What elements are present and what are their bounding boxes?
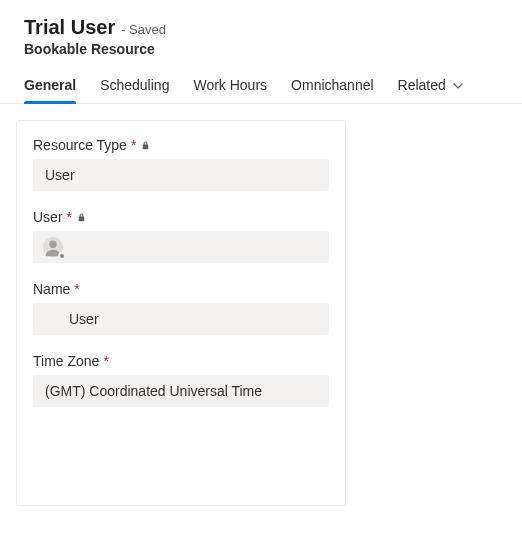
field-user: User * — [33, 209, 329, 263]
field-label-text: Resource Type — [33, 137, 127, 153]
field-time-zone: Time Zone * — [33, 353, 329, 407]
field-label-text: User — [33, 209, 63, 225]
field-resource-type: Resource Type * — [33, 137, 329, 191]
tab-related[interactable]: Related — [398, 77, 464, 103]
tab-general[interactable]: General — [24, 77, 76, 103]
tab-label: Related — [398, 77, 446, 93]
required-indicator: * — [74, 281, 79, 297]
required-indicator: * — [131, 137, 136, 153]
resource-type-input[interactable] — [33, 159, 329, 191]
user-lookup-input[interactable] — [33, 231, 329, 263]
field-label-text: Time Zone — [33, 353, 99, 369]
lock-icon — [140, 140, 151, 151]
tab-omnichannel[interactable]: Omnichannel — [291, 77, 374, 103]
lock-icon — [76, 212, 87, 223]
required-indicator: * — [103, 353, 108, 369]
avatar — [41, 235, 65, 259]
tab-label: Work Hours — [193, 77, 267, 93]
save-status: - Saved — [121, 22, 166, 37]
chevron-down-icon — [452, 80, 464, 92]
field-label-text: Name — [33, 281, 70, 297]
tab-scheduling[interactable]: Scheduling — [100, 77, 169, 103]
svg-point-1 — [49, 241, 56, 248]
tab-bar: General Scheduling Work Hours Omnichanne… — [0, 65, 522, 104]
presence-indicator — [58, 252, 66, 260]
record-header: Trial User - Saved Bookable Resource — [0, 0, 522, 65]
record-title: Trial User — [24, 16, 115, 39]
field-name: Name * — [33, 281, 329, 335]
time-zone-input[interactable] — [33, 375, 329, 407]
entity-name: Bookable Resource — [24, 41, 498, 57]
tab-work-hours[interactable]: Work Hours — [193, 77, 267, 103]
tab-label: Omnichannel — [291, 77, 374, 93]
tab-label: Scheduling — [100, 77, 169, 93]
general-form-card: Resource Type * User * Name * — [16, 120, 346, 506]
tab-label: General — [24, 77, 76, 93]
name-input[interactable] — [33, 303, 329, 335]
required-indicator: * — [67, 209, 72, 225]
